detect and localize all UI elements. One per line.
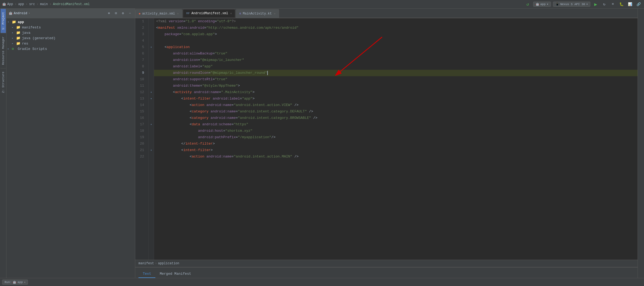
collapse-button[interactable]: ⊟ <box>113 10 119 16</box>
code-line-3: package="com.applab.app"> <box>154 31 638 38</box>
device-label: Nexus S API 30 <box>560 3 585 6</box>
android-studio-icon: 🤖 <box>2 2 6 6</box>
code-line-11: android:theme="@style/AppTheme"> <box>154 83 638 89</box>
device-selector[interactable]: 📱 Nexus S API 30 ▾ <box>553 2 590 7</box>
code-line-13: <intent-filter android:label="app"> <box>154 96 638 102</box>
code-editor: 1 2 3 4 5 6 7 8 9 10 11 12 13 14 15 16 1… <box>135 18 638 260</box>
line-num-9: 9 <box>135 70 146 76</box>
attach-button[interactable]: 🔗 <box>635 1 642 8</box>
run-indicator[interactable]: Run: 🤖 app ✕ <box>2 280 28 285</box>
kt-icon: K <box>239 12 241 15</box>
panel-header: 🤖 Android ▾ ⊕ ⊟ ⚙ − <box>6 9 135 18</box>
sync-project-button[interactable]: ⊕ <box>106 10 112 16</box>
code-line-14: <action android:name="android.intent.act… <box>154 102 638 108</box>
code-line-17: <data android:scheme="https" <box>154 121 638 128</box>
sync-button[interactable]: ↻ <box>601 1 608 8</box>
fold-17[interactable]: ▾ <box>149 121 154 128</box>
line-num-7: 7 <box>135 57 146 63</box>
code-line-8: android:label="app" <box>154 63 638 70</box>
minimize-panel-button[interactable]: − <box>127 10 133 16</box>
tree-item-manifests[interactable]: ▸ 📁 manifests <box>6 25 135 30</box>
line-num-10: 10 <box>135 76 146 83</box>
tree-item-label: Gradle Scripts <box>18 47 47 51</box>
settings-button[interactable]: ⚙ <box>120 10 126 16</box>
line-num-13: 13 <box>135 96 146 102</box>
tree-item-java[interactable]: ▸ 📁 java <box>6 30 135 35</box>
code-line-12: <activity android:name=".MainActivity"> <box>154 89 638 96</box>
profiler-button[interactable]: 📊 <box>627 1 633 8</box>
chevron-down-icon: ▾ <box>547 2 548 6</box>
expand-arrow: ▸ <box>12 31 16 34</box>
tab-close-button[interactable]: ✕ <box>274 12 276 15</box>
tree-item-java-generated[interactable]: ▸ 📁 java (generated) <box>6 35 135 41</box>
breadcrumb-manifest: manifest <box>138 262 154 265</box>
status-bar: Run: 🤖 app ✕ <box>0 278 644 286</box>
tree-item-label: java <box>22 31 30 35</box>
breadcrumb-src1: app <box>18 2 24 6</box>
line-num-21: 21 <box>135 147 146 153</box>
expand-arrow: ▸ <box>12 26 16 29</box>
tab-text-label: Text <box>143 272 151 276</box>
code-line-2: <manifest xmlns:android="http://schemas.… <box>154 25 638 31</box>
fold-12[interactable]: ▾ <box>149 89 154 96</box>
run-button[interactable]: ▶ <box>592 1 599 8</box>
tab-close-button[interactable]: ✕ <box>177 12 179 15</box>
code-line-10: android:supportsRtl="true" <box>154 76 638 83</box>
code-content[interactable]: <?xml version="1.0" encoding="utf-8"?> <… <box>154 18 638 260</box>
sidebar-item-resource-manager[interactable]: Resource Manager <box>1 33 6 68</box>
tree-item-label: manifests <box>22 25 41 30</box>
line-num-19: 19 <box>135 134 146 141</box>
code-line-1: <?xml version="1.0" encoding="utf-8"?> <box>154 18 638 25</box>
line-num-22: 22 <box>135 153 146 160</box>
breadcrumb-bar: manifest › application <box>135 260 638 267</box>
tree-item-gradle[interactable]: ▸ ⚙ Gradle Scripts <box>6 46 135 52</box>
chevron-down-icon: ▾ <box>586 2 588 6</box>
panel-title-label: Android <box>14 12 27 15</box>
sidebar-item-project[interactable]: 1: Project <box>1 9 6 33</box>
tab-activity-main[interactable]: ◆ activity_main.xml ✕ <box>135 9 182 18</box>
gutter: ▾ ▾ ▾ ▾ ▾ <box>149 18 154 260</box>
build-menu-button[interactable]: ≡ <box>610 1 616 8</box>
fold-13[interactable]: ▾ <box>149 96 154 102</box>
run-config-selector[interactable]: 🤖 app ▾ <box>533 2 551 7</box>
run-label: Run: <box>5 281 12 284</box>
line-num-6: 6 <box>135 50 146 57</box>
sidebar-item-structure[interactable]: Z: Structure <box>1 68 6 96</box>
line-num-20: 20 <box>135 141 146 147</box>
tab-android-manifest[interactable]: MF AndroidManifest.xml ✕ <box>183 9 235 18</box>
fold-21[interactable]: ▾ <box>149 147 154 153</box>
app-label: app <box>17 281 23 284</box>
breadcrumb-app: App <box>7 2 13 6</box>
tree-item-app[interactable]: ▾ 📁 app <box>6 19 135 25</box>
tab-text[interactable]: Text <box>138 270 155 278</box>
tab-label: activity_main.xml <box>142 12 175 16</box>
code-line-21: <intent-filter> <box>154 147 638 153</box>
phone-icon: 📱 <box>555 2 559 6</box>
code-line-9: android:roundIcon="@mipmap/ic_launcher_r… <box>154 70 638 76</box>
expand-arrow: ▸ <box>8 47 12 50</box>
gradle-icon: ⚙ <box>12 47 17 51</box>
code-line-7: android:icon="@mipmap/ic_launcher" <box>154 57 638 63</box>
undo-icon[interactable]: ↺ <box>525 1 531 8</box>
code-line-22: <action android:name="android.intent.act… <box>154 153 638 160</box>
folder-icon: 📁 <box>16 41 21 46</box>
tree-item-res[interactable]: ▸ 📁 res <box>6 41 135 46</box>
tab-close-button[interactable]: ✕ <box>230 12 232 15</box>
folder-icon: 📁 <box>16 31 21 35</box>
expand-arrow: ▾ <box>8 20 12 24</box>
close-run-icon[interactable]: ✕ <box>24 281 25 284</box>
fold-5[interactable]: ▾ <box>149 44 154 50</box>
tabs-bar: ◆ activity_main.xml ✕ MF AndroidManifest… <box>135 9 638 18</box>
right-sidebar <box>638 9 644 278</box>
line-num-5: 5 <box>135 44 146 50</box>
android-small-icon: 🤖 <box>13 280 16 284</box>
run-config-label: app <box>540 3 546 6</box>
tab-main-activity[interactable]: K MainActivity.kt ✕ <box>236 9 279 18</box>
tab-merged-manifest[interactable]: Merged Manifest <box>155 270 195 278</box>
expand-arrow: ▸ <box>12 42 16 45</box>
panel-title: 🤖 Android ▾ <box>9 11 30 15</box>
project-panel: 🤖 Android ▾ ⊕ ⊟ ⚙ − ▾ 📁 app ▸ 📁 man <box>6 9 135 278</box>
tab-label: MainActivity.kt <box>243 12 272 16</box>
debug-button[interactable]: 🐛 <box>618 1 625 8</box>
tab-merged-manifest-label: Merged Manifest <box>160 272 191 276</box>
